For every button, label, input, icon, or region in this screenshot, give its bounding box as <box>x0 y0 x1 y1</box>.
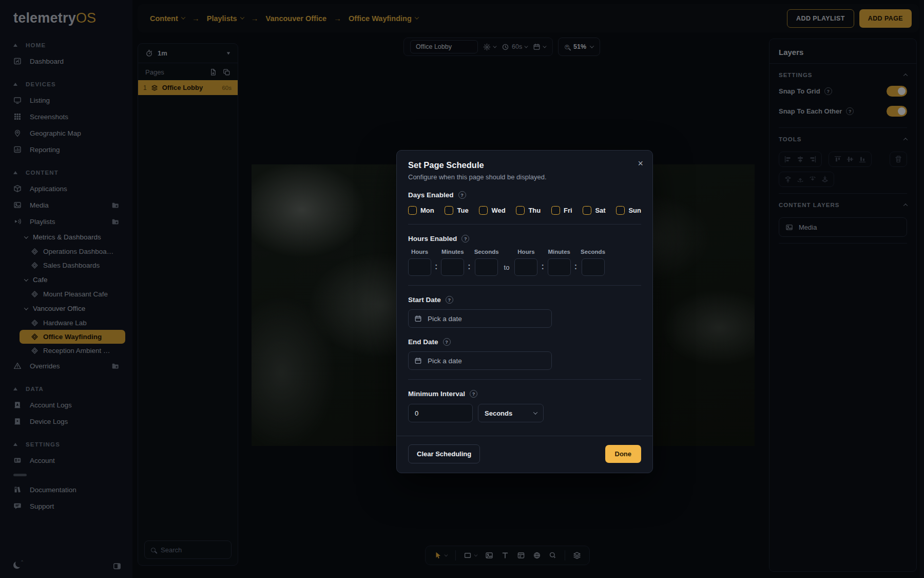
checkbox-thu[interactable] <box>516 206 525 215</box>
end-date-label: End Date <box>408 338 438 346</box>
start-hours-col: Hours <box>408 249 431 276</box>
day-label: Tue <box>457 207 468 214</box>
end-date-section: End Date ? Pick a date <box>397 338 652 380</box>
days-checkbox-row: Mon Tue Wed Thu Fri Sat Sun <box>408 206 641 215</box>
day-label: Sun <box>628 207 641 214</box>
start-hours-input[interactable] <box>408 258 431 276</box>
day-sun[interactable]: Sun <box>616 206 641 215</box>
col-label: Hours <box>411 249 428 255</box>
close-icon[interactable]: × <box>638 159 643 168</box>
checkbox-mon[interactable] <box>408 206 417 215</box>
clear-scheduling-button[interactable]: Clear Scheduling <box>408 444 480 463</box>
end-hours-input[interactable] <box>514 258 537 276</box>
checkbox-wed[interactable] <box>479 206 488 215</box>
day-sat[interactable]: Sat <box>583 206 605 215</box>
modal-divider <box>408 224 641 225</box>
colon-separator: : <box>541 262 544 276</box>
end-date-picker[interactable]: Pick a date <box>408 351 552 370</box>
modal-subtitle: Configure when this page should be displ… <box>408 173 641 181</box>
help-icon[interactable]: ? <box>461 235 469 243</box>
hours-enabled-label-row: Hours Enabled ? <box>408 235 641 243</box>
day-mon[interactable]: Mon <box>408 206 434 215</box>
checkbox-sat[interactable] <box>583 206 591 215</box>
day-label: Fri <box>564 207 572 214</box>
day-label: Wed <box>491 207 505 214</box>
day-tue[interactable]: Tue <box>445 206 468 215</box>
chevron-down-icon <box>533 410 537 414</box>
days-enabled-label-row: Days Enabled ? <box>408 191 641 199</box>
start-date-section: Start Date ? Pick a date <box>397 296 652 328</box>
calendar-icon <box>414 315 422 323</box>
end-seconds-col: Seconds <box>581 249 605 276</box>
day-label: Mon <box>420 207 434 214</box>
day-label: Sat <box>595 207 605 214</box>
minimum-interval-label-row: Minimum Interval ? <box>408 390 641 398</box>
date-placeholder: Pick a date <box>428 357 462 365</box>
hours-enabled-label: Hours Enabled <box>408 235 457 243</box>
start-date-label: Start Date <box>408 296 441 304</box>
modal-header: Set Page Schedule Configure when this pa… <box>397 151 652 181</box>
minimum-interval-input[interactable] <box>408 404 473 422</box>
interval-unit-select[interactable]: Seconds <box>478 404 544 422</box>
help-icon[interactable]: ? <box>446 296 453 304</box>
app-root: telemetryOS HOME Dashboard DEVICES Listi… <box>0 0 924 578</box>
help-icon[interactable]: ? <box>458 191 466 199</box>
help-icon[interactable]: ? <box>443 338 451 346</box>
modal-divider <box>408 379 641 380</box>
start-minutes-col: Minutes <box>441 249 464 276</box>
help-icon[interactable]: ? <box>470 390 477 398</box>
minimum-interval-section: Minimum Interval ? Seconds <box>397 390 652 422</box>
end-date-label-row: End Date ? <box>408 338 641 346</box>
col-label: Hours <box>517 249 534 255</box>
date-placeholder: Pick a date <box>428 315 462 323</box>
end-hours-col: Hours <box>514 249 537 276</box>
col-label: Seconds <box>474 249 499 255</box>
col-label: Minutes <box>548 249 570 255</box>
end-seconds-input[interactable] <box>582 258 605 276</box>
col-label: Minutes <box>441 249 464 255</box>
interval-unit-value: Seconds <box>485 409 512 417</box>
minimum-interval-inputs: Seconds <box>408 404 641 422</box>
days-enabled-section: Days Enabled ? Mon Tue Wed Thu Fri Sat S… <box>397 191 652 225</box>
done-button[interactable]: Done <box>605 445 642 463</box>
modal-divider <box>408 285 641 286</box>
minimum-interval-label: Minimum Interval <box>408 390 465 398</box>
calendar-icon <box>414 357 422 365</box>
hours-inputs-row: Hours : Minutes : Seconds to Hours : Min… <box>408 249 641 276</box>
start-seconds-col: Seconds <box>474 249 499 276</box>
set-page-schedule-modal: Set Page Schedule Configure when this pa… <box>396 150 653 473</box>
start-date-label-row: Start Date ? <box>408 296 641 304</box>
end-minutes-col: Minutes <box>548 249 571 276</box>
to-label: to <box>504 264 510 276</box>
start-minutes-input[interactable] <box>441 258 464 276</box>
colon-separator: : <box>468 262 470 276</box>
start-seconds-input[interactable] <box>475 258 498 276</box>
days-enabled-label: Days Enabled <box>408 191 454 199</box>
start-date-picker[interactable]: Pick a date <box>408 309 552 328</box>
checkbox-fri[interactable] <box>551 206 560 215</box>
modal-footer: Clear Scheduling Done <box>397 436 652 473</box>
day-thu[interactable]: Thu <box>516 206 541 215</box>
col-label: Seconds <box>581 249 605 255</box>
colon-separator: : <box>574 262 577 276</box>
checkbox-sun[interactable] <box>616 206 625 215</box>
end-minutes-input[interactable] <box>548 258 571 276</box>
checkbox-tue[interactable] <box>445 206 453 215</box>
day-wed[interactable]: Wed <box>479 206 505 215</box>
hours-enabled-section: Hours Enabled ? Hours : Minutes : Second… <box>397 235 652 286</box>
modal-title: Set Page Schedule <box>408 160 641 170</box>
colon-separator: : <box>435 262 437 276</box>
day-fri[interactable]: Fri <box>551 206 572 215</box>
day-label: Thu <box>528 207 541 214</box>
